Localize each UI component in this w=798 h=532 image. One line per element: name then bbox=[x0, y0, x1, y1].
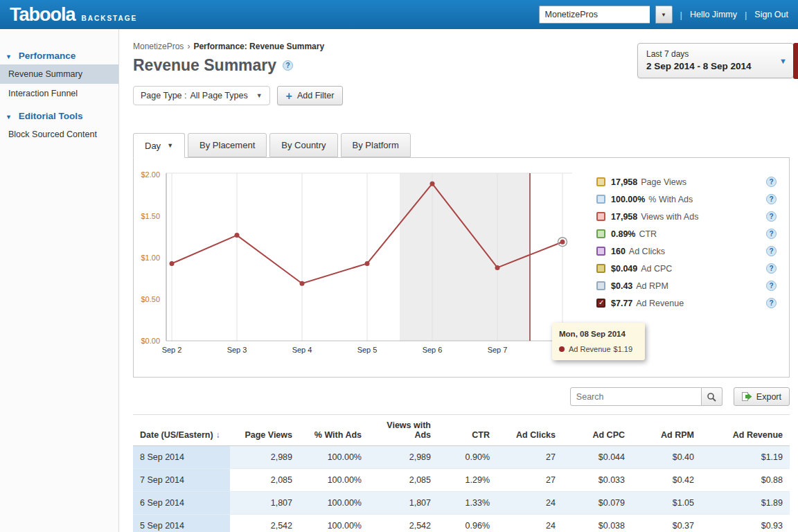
tab-day[interactable]: Day ▼ bbox=[133, 133, 185, 158]
tab-label: Day bbox=[145, 141, 161, 151]
cell: $0.93 bbox=[701, 515, 790, 532]
revenue-table: Date (US/Eastern)↓ Page Views % With Ads… bbox=[133, 414, 790, 532]
sidebar-section-editorial-tools[interactable]: ▼ Editorial Tools bbox=[0, 107, 118, 125]
greeting-link[interactable]: Hello Jimmy bbox=[690, 10, 737, 19]
cell: $0.42 bbox=[632, 469, 701, 492]
revenue-chart-svg[interactable]: $0.00$0.50$1.00$1.50$2.00Sep 2Sep 3Sep 4… bbox=[135, 168, 578, 356]
col-ad-rpm[interactable]: Ad RPM bbox=[632, 415, 701, 446]
series-checkbox[interactable] bbox=[596, 212, 605, 221]
help-icon[interactable]: ? bbox=[766, 177, 777, 187]
cell-date: 6 Sep 2014 bbox=[133, 492, 230, 515]
legend-label: % With Ads bbox=[648, 195, 693, 204]
sidebar-section-performance[interactable]: ▼ Performance bbox=[0, 47, 118, 64]
sidebar-item-revenue-summary[interactable]: Revenue Summary bbox=[0, 64, 118, 84]
feedback-side-tab[interactable] bbox=[793, 43, 798, 79]
legend-item-ad-clicks[interactable]: 160 Ad Clicks ? bbox=[596, 242, 781, 260]
col-ctr[interactable]: CTR bbox=[438, 415, 497, 446]
cell: $0.37 bbox=[632, 515, 701, 532]
series-checkbox[interactable] bbox=[596, 177, 605, 186]
page-type-value: All Page Types bbox=[190, 91, 248, 100]
tab-label: By Country bbox=[281, 140, 326, 150]
cell: $0.033 bbox=[562, 469, 632, 492]
help-icon[interactable]: ? bbox=[766, 281, 777, 291]
series-checkbox[interactable] bbox=[596, 264, 605, 273]
col-label: Date (US/Eastern) bbox=[140, 430, 213, 440]
sort-desc-icon: ↓ bbox=[216, 430, 220, 440]
help-icon[interactable]: ? bbox=[766, 246, 777, 256]
divider bbox=[678, 10, 684, 20]
legend-label: Ad RPM bbox=[636, 281, 668, 291]
series-checkbox[interactable] bbox=[596, 247, 605, 256]
cell: 100.00% bbox=[299, 492, 369, 515]
export-button[interactable]: Export bbox=[734, 387, 790, 406]
col-views-with-ads[interactable]: Views with Ads bbox=[369, 415, 438, 446]
col-pct-with-ads[interactable]: % With Ads bbox=[299, 415, 369, 446]
account-dropdown-button[interactable]: ▼ bbox=[655, 6, 673, 24]
legend-item-ctr[interactable]: 0.89% CTR ? bbox=[596, 225, 781, 242]
help-icon[interactable]: ? bbox=[766, 263, 777, 274]
taboola-logo[interactable]: Taboola bbox=[10, 4, 76, 26]
account-selector[interactable]: MonetizePros bbox=[539, 6, 650, 24]
plus-icon: + bbox=[286, 92, 292, 100]
add-filter-button[interactable]: + Add Filter bbox=[277, 86, 344, 105]
search-button[interactable] bbox=[702, 387, 722, 406]
sidebar-item-interaction-funnel[interactable]: Interaction Funnel bbox=[0, 84, 118, 103]
table-header-row: Date (US/Eastern)↓ Page Views % With Ads… bbox=[133, 415, 790, 446]
legend-item-ad-rpm[interactable]: $0.43 Ad RPM ? bbox=[596, 277, 781, 294]
legend-item-page-views[interactable]: 17,958 Page Views ? bbox=[596, 173, 781, 190]
sidebar-section-label: Performance bbox=[19, 51, 76, 61]
legend-value: 17,958 bbox=[611, 212, 637, 222]
help-icon[interactable]: ? bbox=[766, 298, 777, 308]
page-type-dropdown[interactable]: Page Type : All Page Types ▼ bbox=[133, 86, 270, 105]
help-icon[interactable]: ? bbox=[283, 60, 293, 71]
revenue-chart[interactable]: $0.00$0.50$1.00$1.50$2.00Sep 2Sep 3Sep 4… bbox=[135, 168, 587, 377]
sidebar-item-block-sourced-content[interactable]: Block Sourced Content bbox=[0, 125, 118, 144]
account-selected-value: MonetizePros bbox=[545, 10, 598, 19]
svg-text:Sep 3: Sep 3 bbox=[227, 346, 247, 354]
help-icon[interactable]: ? bbox=[766, 194, 777, 204]
logo-area: Taboola BACKSTAGE bbox=[10, 4, 137, 26]
col-ad-cpc[interactable]: Ad CPC bbox=[562, 415, 632, 446]
series-checkbox[interactable] bbox=[596, 229, 605, 238]
cell: $1.05 bbox=[632, 492, 701, 515]
expand-triangle-icon: ▼ bbox=[6, 53, 12, 60]
tab-by-country[interactable]: By Country bbox=[269, 133, 337, 157]
col-date[interactable]: Date (US/Eastern)↓ bbox=[133, 415, 230, 446]
cell-date: 8 Sep 2014 bbox=[133, 446, 230, 469]
cell: $1.89 bbox=[701, 492, 790, 515]
chart-panel: $0.00$0.50$1.00$1.50$2.00Sep 2Sep 3Sep 4… bbox=[133, 157, 790, 378]
breadcrumb-root-link[interactable]: MonetizePros bbox=[133, 42, 184, 51]
help-icon[interactable]: ? bbox=[766, 211, 777, 222]
chevron-down-icon: ▼ bbox=[256, 92, 263, 99]
table-row: 8 Sep 2014 2,989 100.00% 2,989 0.90% 27 … bbox=[133, 446, 790, 469]
cell: 0.90% bbox=[438, 446, 497, 469]
account-area: MonetizePros ▼ Hello Jimmy Sign Out bbox=[539, 6, 788, 24]
tab-by-placement[interactable]: By Placement bbox=[188, 133, 267, 157]
series-checkbox[interactable] bbox=[596, 281, 605, 290]
cell: 0.96% bbox=[438, 515, 497, 532]
svg-text:Sep 5: Sep 5 bbox=[357, 346, 378, 354]
series-checkbox[interactable] bbox=[596, 195, 605, 204]
page-title: Revenue Summary bbox=[133, 56, 276, 75]
series-checkbox[interactable] bbox=[596, 299, 605, 308]
legend-item-ad-revenue[interactable]: $7.77 Ad Revenue ? bbox=[596, 294, 781, 312]
legend-item-pct-with-ads[interactable]: 100.00% % With Ads ? bbox=[596, 190, 781, 208]
sidebar-section-label: Editorial Tools bbox=[19, 111, 83, 121]
date-range-picker[interactable]: Last 7 days 2 Sep 2014 - 8 Sep 2014 ▼ bbox=[637, 43, 794, 78]
help-icon[interactable]: ? bbox=[766, 229, 777, 239]
main-content: MonetizePros›Performance: Revenue Summar… bbox=[119, 29, 798, 532]
sign-out-link[interactable]: Sign Out bbox=[754, 10, 788, 19]
tab-by-platform[interactable]: By Platform bbox=[341, 133, 411, 157]
cell: $1.19 bbox=[701, 446, 790, 469]
legend-value: $0.049 bbox=[611, 264, 637, 274]
col-page-views[interactable]: Page Views bbox=[230, 415, 299, 446]
cell: 100.00% bbox=[299, 446, 369, 469]
svg-text:Sep 4: Sep 4 bbox=[292, 346, 312, 354]
col-ad-revenue[interactable]: Ad Revenue bbox=[701, 415, 790, 446]
legend-item-views-with-ads[interactable]: 17,958 Views with Ads ? bbox=[596, 208, 781, 225]
legend-item-ad-cpc[interactable]: $0.049 Ad CPC ? bbox=[596, 260, 781, 277]
legend-value: 100.00% bbox=[611, 195, 645, 204]
col-ad-clicks[interactable]: Ad Clicks bbox=[497, 415, 562, 446]
search-input[interactable] bbox=[570, 387, 702, 406]
table-row: 6 Sep 2014 1,807 100.00% 1,807 1.33% 24 … bbox=[133, 492, 790, 515]
